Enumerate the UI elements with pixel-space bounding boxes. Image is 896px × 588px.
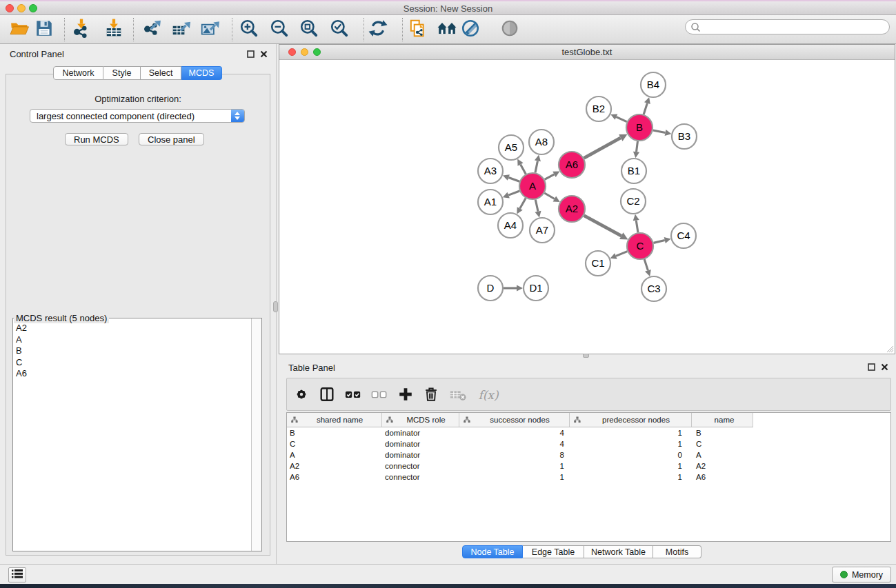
graph-edge-C-C4[interactable] bbox=[653, 240, 664, 243]
zoom-fit-button[interactable] bbox=[297, 17, 321, 41]
mcds-result-item-c[interactable]: C bbox=[13, 357, 250, 369]
graph-edge-A-A7[interactable] bbox=[535, 200, 538, 212]
graph-edge-A2-C[interactable] bbox=[584, 216, 621, 236]
zoom-in-button[interactable] bbox=[237, 17, 261, 41]
float-panel-icon[interactable] bbox=[247, 50, 255, 58]
import-table-button[interactable] bbox=[102, 17, 126, 41]
open-session-button[interactable] bbox=[8, 17, 31, 41]
app-titlebar: Session: New Session bbox=[0, 1, 896, 15]
delete-table-icon bbox=[449, 386, 467, 403]
graph-edge-B-B2[interactable] bbox=[616, 117, 626, 122]
show-hidden-button[interactable] bbox=[498, 17, 521, 41]
column-header-shared-name[interactable]: shared name bbox=[287, 413, 382, 427]
attribute-tree-icon bbox=[386, 416, 393, 423]
mcds-result-item-a6[interactable]: A6 bbox=[13, 368, 250, 380]
scrollbar-fragment[interactable] bbox=[583, 354, 589, 358]
home-button[interactable] bbox=[435, 17, 459, 41]
float-panel-icon[interactable] bbox=[868, 363, 875, 371]
column-header-predecessor-nodes[interactable]: predecessor nodes bbox=[570, 413, 692, 427]
run-mcds-button[interactable]: Run MCDS bbox=[65, 133, 128, 145]
mcds-list-scrollbar[interactable] bbox=[251, 318, 261, 551]
table-options-button[interactable] bbox=[291, 385, 312, 405]
graph-edge-arrowhead bbox=[535, 155, 541, 162]
graph-edge-C-C1[interactable] bbox=[616, 252, 628, 256]
graph-edge-A6-B[interactable] bbox=[584, 138, 621, 158]
network-canvas[interactable]: B4B2BB3A8A5A6A3B1AA1C2A2A4A7C4CC1C3DD1 bbox=[279, 60, 895, 354]
graph-edge-B-B4[interactable] bbox=[644, 103, 647, 114]
graph-edge-A-A6[interactable] bbox=[545, 174, 555, 180]
mcds-result-item-b[interactable]: B bbox=[13, 345, 250, 357]
table-row-a6[interactable]: A6connector11A6 bbox=[287, 472, 753, 483]
tab-motifs[interactable]: Motifs bbox=[653, 545, 701, 558]
tab-select[interactable]: Select bbox=[141, 66, 181, 80]
search-input[interactable] bbox=[704, 21, 884, 33]
zoom-out-button[interactable] bbox=[268, 17, 291, 41]
control-panel-title: Control Panel bbox=[10, 49, 64, 59]
delete-table-button[interactable] bbox=[448, 385, 468, 405]
graph-edge-A-A3[interactable] bbox=[508, 177, 519, 181]
close-panel-icon[interactable] bbox=[881, 363, 888, 371]
close-panel-button[interactable]: Close panel bbox=[139, 133, 204, 145]
export-network-icon bbox=[142, 19, 161, 38]
app-title: Session: New Session bbox=[0, 3, 896, 14]
criterion-select[interactable]: largest connected component (directed) bbox=[30, 109, 245, 123]
column-header-mcds-role[interactable]: MCDS role bbox=[382, 413, 459, 427]
list-icon bbox=[12, 569, 23, 578]
graph-edge-A-A4[interactable] bbox=[520, 198, 526, 208]
tab-mcds[interactable]: MCDS bbox=[181, 66, 222, 80]
graph-edge-B-B1[interactable] bbox=[637, 141, 638, 152]
export-image-button[interactable] bbox=[198, 17, 221, 41]
copy-network-button[interactable] bbox=[406, 17, 429, 41]
table-type-tabs: Node TableEdge TableNetwork TableMotifs bbox=[462, 545, 701, 558]
table-cell: B bbox=[287, 427, 382, 438]
refresh-view-button[interactable] bbox=[366, 17, 390, 41]
tab-style[interactable]: Style bbox=[103, 66, 141, 80]
graph-edge-arrowhead bbox=[535, 211, 541, 218]
column-header-name[interactable]: name bbox=[692, 413, 753, 427]
delete-column-button[interactable] bbox=[421, 385, 441, 405]
mcds-result-item-a2[interactable]: A2 bbox=[13, 323, 250, 334]
network-window-titlebar[interactable]: testGlobe.txt bbox=[279, 45, 895, 60]
table-row-a[interactable]: Adominator80A bbox=[287, 449, 753, 460]
table-cell: dominator bbox=[382, 438, 459, 449]
scrollbar-fragment[interactable] bbox=[273, 301, 278, 312]
export-table-button[interactable] bbox=[169, 17, 192, 41]
resize-grip-icon[interactable] bbox=[885, 344, 894, 353]
table-cell: 1 bbox=[459, 472, 570, 483]
show-columns-button[interactable] bbox=[317, 385, 337, 405]
tab-edge-table[interactable]: Edge Table bbox=[523, 545, 584, 558]
column-header-label: name bbox=[696, 416, 753, 424]
table-row-c[interactable]: Cdominator41C bbox=[287, 438, 753, 449]
tab-network[interactable]: Network bbox=[53, 66, 103, 80]
add-column-button[interactable] bbox=[395, 385, 416, 405]
zoom-in-icon bbox=[239, 19, 259, 38]
select-all-button[interactable] bbox=[343, 385, 364, 405]
deselect-all-button[interactable] bbox=[369, 385, 390, 405]
mcds-result-list: A2ABCA6 bbox=[13, 323, 250, 550]
zoom-selected-button[interactable] bbox=[328, 17, 351, 41]
toolbar-separator bbox=[402, 18, 403, 41]
save-session-button[interactable] bbox=[32, 17, 56, 41]
tools-list-button[interactable] bbox=[8, 567, 26, 582]
hide-annotations-button[interactable] bbox=[459, 17, 482, 41]
mcds-result-item-a[interactable]: A bbox=[13, 334, 250, 346]
graph-edge-A-A2[interactable] bbox=[544, 193, 555, 199]
apply-function-button[interactable]: f(x) bbox=[475, 385, 502, 405]
table-panel-window-icons bbox=[868, 363, 888, 371]
import-network-button[interactable] bbox=[70, 17, 93, 41]
table-row-a2[interactable]: A2connector11A2 bbox=[287, 460, 753, 472]
tab-network-table[interactable]: Network Table bbox=[584, 545, 653, 558]
table-row-b[interactable]: Bdominator41B bbox=[287, 427, 753, 438]
graph-edge-B-B3[interactable] bbox=[653, 130, 666, 133]
graph-edge-C-C3[interactable] bbox=[644, 259, 648, 270]
graph-edge-A-A5[interactable] bbox=[521, 164, 526, 174]
tab-node-table[interactable]: Node Table bbox=[462, 545, 523, 558]
close-panel-icon[interactable] bbox=[260, 50, 268, 58]
column-header-successor-nodes[interactable]: successor nodes bbox=[459, 413, 570, 427]
graph-edge-A-A1[interactable] bbox=[508, 191, 519, 195]
memory-button[interactable]: Memory bbox=[832, 567, 891, 582]
graph-edge-C-C2[interactable] bbox=[636, 221, 638, 233]
export-network-button[interactable] bbox=[140, 17, 163, 41]
graph-edge-A-A8[interactable] bbox=[535, 161, 537, 172]
memory-label: Memory bbox=[852, 570, 883, 580]
